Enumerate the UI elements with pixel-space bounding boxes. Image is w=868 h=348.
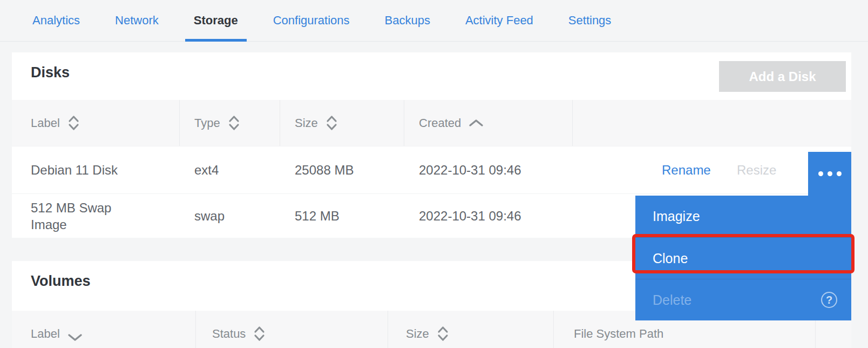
column-header-text: Created: [419, 116, 461, 130]
menu-item-label: Clone: [653, 251, 688, 266]
column-header-type[interactable]: Type: [194, 100, 240, 146]
column-header-text: Label: [31, 116, 60, 130]
cell-type: ext4: [194, 146, 219, 193]
cell-size: 512 MB: [295, 194, 340, 238]
tab-configurations[interactable]: Configurations: [265, 0, 358, 41]
menu-item-clone[interactable]: Clone: [635, 237, 851, 279]
add-disk-button[interactable]: Add a Disk: [719, 61, 846, 92]
column-divider: [553, 311, 554, 348]
tab-label: Activity Feed: [465, 14, 533, 28]
column-divider: [404, 100, 404, 146]
help-icon[interactable]: ?: [821, 292, 837, 308]
tab-bar: Analytics Network Storage Configurations…: [0, 0, 868, 42]
ellipsis-icon: [837, 171, 842, 176]
tab-storage[interactable]: Storage: [185, 0, 247, 41]
column-header-status[interactable]: Status: [212, 311, 266, 348]
disks-section-title: Disks: [31, 64, 70, 81]
menu-item-imagize[interactable]: Imagize: [635, 196, 851, 237]
column-divider: [388, 311, 388, 348]
tab-label: Storage: [194, 14, 238, 28]
column-header-size[interactable]: Size: [406, 311, 449, 348]
volumes-section-title: Volumes: [31, 273, 91, 290]
menu-item-delete[interactable]: Delete ?: [635, 279, 851, 320]
column-header-text: Label: [31, 327, 60, 341]
tab-activity-feed[interactable]: Activity Feed: [457, 0, 542, 41]
column-divider: [179, 100, 180, 146]
ellipsis-icon: [818, 171, 823, 176]
cell-created: 2022-10-31 09:46: [419, 194, 521, 238]
column-header-text: Size: [406, 327, 429, 341]
tab-label: Settings: [568, 14, 612, 28]
sort-desc-icon: [67, 333, 83, 342]
cell-label: 512 MB Swap Image: [31, 194, 136, 238]
cell-created: 2022-10-31 09:46: [419, 146, 521, 193]
column-divider: [195, 311, 196, 348]
rename-button[interactable]: Rename: [662, 146, 711, 193]
tab-label: Analytics: [32, 14, 80, 28]
sort-asc-icon: [469, 119, 484, 127]
tab-settings[interactable]: Settings: [560, 0, 620, 41]
table-row: Debian 11 Disk ext4 25088 MB 2022-10-31 …: [12, 146, 851, 193]
sort-icon: [326, 115, 338, 131]
cell-type: swap: [194, 194, 225, 238]
column-header-created[interactable]: Created: [419, 100, 484, 146]
column-header-text: Type: [194, 116, 220, 130]
sort-icon: [67, 115, 80, 131]
tab-network[interactable]: Network: [106, 0, 167, 41]
menu-item-label: Imagize: [653, 209, 700, 224]
column-header-text: Status: [212, 327, 246, 341]
active-tab-underline: [185, 39, 247, 42]
cell-size: 25088 MB: [295, 146, 354, 193]
row-actions-button[interactable]: [808, 152, 851, 196]
sort-icon: [253, 325, 266, 342]
menu-item-label: Delete: [653, 292, 691, 308]
tab-label: Backups: [385, 14, 430, 28]
tab-backups[interactable]: Backups: [376, 0, 439, 41]
sort-icon: [437, 325, 449, 342]
disks-table-header: Label Type Size Created: [12, 100, 851, 146]
column-header-label[interactable]: Label: [31, 100, 80, 146]
cell-label: Debian 11 Disk: [31, 146, 136, 193]
column-divider: [280, 100, 280, 146]
column-divider: [572, 100, 573, 146]
column-header-label[interactable]: Label: [31, 311, 83, 348]
sort-icon: [228, 115, 240, 131]
column-header-size[interactable]: Size: [295, 100, 338, 146]
tab-label: Network: [115, 14, 159, 28]
resize-button[interactable]: Resize: [737, 146, 776, 193]
tab-analytics[interactable]: Analytics: [24, 0, 89, 41]
disk-action-menu: Imagize Clone Delete ?: [635, 196, 851, 320]
column-header-text: File System Path: [574, 327, 663, 341]
column-header-text: Size: [295, 116, 318, 130]
tab-label: Configurations: [273, 14, 350, 28]
ellipsis-icon: [828, 171, 832, 176]
